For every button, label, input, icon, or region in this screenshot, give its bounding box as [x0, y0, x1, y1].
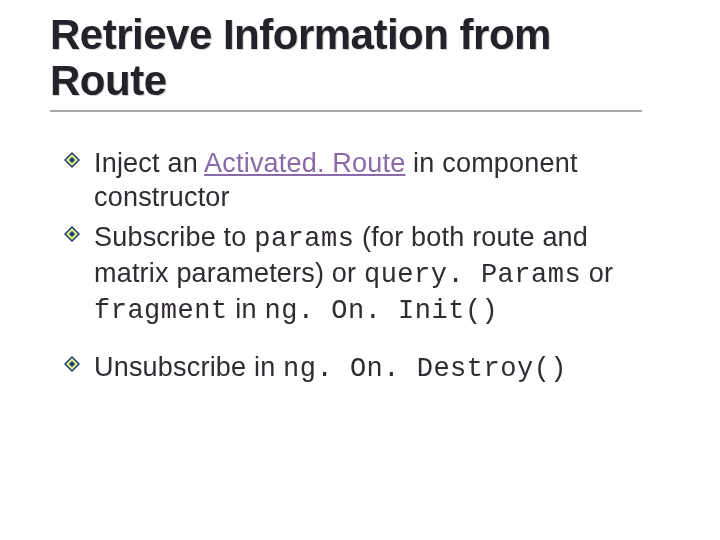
slide: Retrieve Information from Route Inject a… — [0, 0, 720, 540]
bullet-text: or — [581, 258, 613, 288]
spacer — [94, 334, 660, 348]
bullet-text: Unsubscribe in — [94, 352, 283, 382]
bullet-marker-icon — [64, 356, 80, 372]
slide-title: Retrieve Information from Route — [50, 12, 680, 104]
title-line-1: Retrieve Information from — [50, 11, 551, 58]
code-ngondestroy: ng. On. Destroy() — [283, 354, 567, 384]
bullet-text: Subscribe to — [94, 222, 254, 252]
code-queryparams: query. Params — [364, 260, 581, 290]
link-activated-route[interactable]: Activated. Route — [204, 148, 405, 178]
bullet-marker-icon — [64, 152, 80, 168]
code-fragment: fragment — [94, 296, 228, 326]
code-ngoninit: ng. On. Init() — [264, 296, 498, 326]
bullet-item: Subscribe to params (for both route and … — [94, 220, 660, 328]
bullet-marker-icon — [64, 226, 80, 242]
title-divider — [50, 110, 642, 112]
bullet-text: in — [228, 294, 265, 324]
title-line-2: Route — [50, 57, 167, 104]
bullet-list: Inject an Activated. Route in component … — [94, 146, 660, 386]
bullet-item: Unsubscribe in ng. On. Destroy() — [94, 350, 660, 386]
code-params: params — [254, 224, 354, 254]
bullet-item: Inject an Activated. Route in component … — [94, 146, 660, 214]
bullet-text: Inject an — [94, 148, 204, 178]
